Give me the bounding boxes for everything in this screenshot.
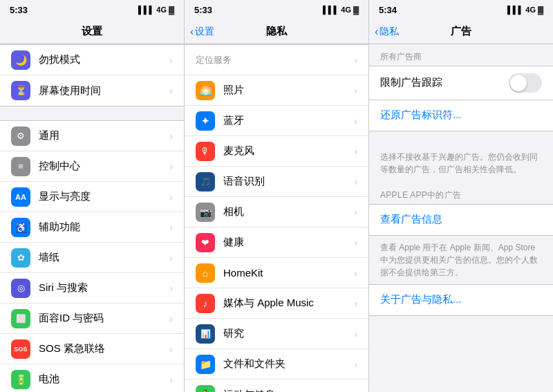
reset-ad-identifier-button[interactable]: 还原广告标识符... <box>369 100 553 131</box>
accessibility-label: 辅助功能 <box>39 221 167 234</box>
fitness-icon: 🏃 <box>196 385 215 392</box>
chevron-icon: › <box>354 328 357 339</box>
left-time: 5:33 <box>10 5 28 15</box>
left-scroll[interactable]: 🌙 勿扰模式 › ⏳ 屏幕使用时间 › ⚙ 通用 › <box>0 44 184 392</box>
partial-row-label: 定位服务 <box>196 54 351 66</box>
sos-label: SOS 紧急联络 <box>39 342 167 355</box>
camera-label: 相机 <box>223 205 351 218</box>
list-item-fitness[interactable]: 🏃 运动与健身 › <box>185 380 368 392</box>
chevron-icon: › <box>169 313 173 324</box>
camera-icon: 📷 <box>196 203 215 222</box>
homekit-label: HomeKit <box>223 267 351 279</box>
chevron-icon: › <box>169 252 173 263</box>
network-icon: 4G <box>341 6 351 14</box>
chevron-icon: › <box>354 176 357 187</box>
left-group-1: 🌙 勿扰模式 › ⏳ 屏幕使用时间 › <box>0 44 184 106</box>
list-item-health[interactable]: ❤ 健康 › <box>185 227 368 258</box>
wallpaper-label: 墙纸 <box>39 251 167 264</box>
health-label: 健康 <box>223 236 351 249</box>
display-icon: AA <box>11 187 30 207</box>
back-chevron-icon: ‹ <box>190 26 194 38</box>
network-icon: 4G <box>525 6 536 14</box>
list-item-partial[interactable]: 定位服务 › <box>185 45 368 75</box>
sos-icon: SOS <box>11 339 30 359</box>
middle-status-icons: ▌▌▌ 4G ▓ <box>323 6 359 14</box>
sidebar-item-siri[interactable]: ◎ Siri 与搜索 › <box>0 273 184 304</box>
about-ads-label: 关于广告与隐私... <box>380 293 462 306</box>
moon-icon: 🌙 <box>11 50 30 70</box>
chevron-icon: › <box>354 268 357 279</box>
right-scroll[interactable]: 所有广告商 限制广告跟踪 还原广告标识符... 选择不接收基于兴趣的广告。您仍会… <box>369 44 553 392</box>
middle-group-1: 定位服务 › 🌅 照片 › ✦ 蓝牙 › 🎙 麦 <box>185 44 368 392</box>
sidebar-item-screentime[interactable]: ⏳ 屏幕使用时间 › <box>0 75 184 106</box>
chevron-icon: › <box>354 55 357 66</box>
sidebar-item-general[interactable]: ⚙ 通用 › <box>0 121 184 151</box>
middle-back-button[interactable]: ‹ 设置 <box>190 26 214 38</box>
accessibility-icon: ♿ <box>11 218 30 237</box>
left-status-bar: 5:33 ▌▌▌ 4G ▓ <box>0 0 184 19</box>
folder-icon: 📁 <box>196 355 215 374</box>
view-ad-info-label: 查看广告信息 <box>380 213 442 226</box>
chevron-icon: › <box>169 222 173 233</box>
chevron-icon: › <box>354 207 357 218</box>
music-icon: ♪ <box>196 294 215 313</box>
about-ads-button[interactable]: 关于广告与隐私... <box>369 285 553 315</box>
all-advertisers-header: 所有广告商 <box>369 44 553 66</box>
list-item-bluetooth[interactable]: ✦ 蓝牙 › <box>185 106 368 136</box>
list-item-camera[interactable]: 📷 相机 › <box>185 197 368 227</box>
chevron-icon: › <box>169 161 173 172</box>
middle-nav-bar: ‹ 设置 隐私 <box>185 19 368 44</box>
battery-icon: ▓ <box>538 6 543 14</box>
list-item-research[interactable]: 📊 研究 › <box>185 319 368 349</box>
limit-tracking-row[interactable]: 限制广告跟踪 <box>369 66 553 100</box>
siri-icon: ◎ <box>11 279 30 298</box>
list-item-homekit[interactable]: ⌂ HomeKit › <box>185 258 368 288</box>
general-label: 通用 <box>39 129 167 142</box>
right-group-4: 关于广告与隐私... <box>369 284 553 316</box>
list-item-music[interactable]: ♪ 媒体与 Apple Music › <box>185 288 368 319</box>
list-item-photos[interactable]: 🌅 照片 › <box>185 75 368 106</box>
list-item-files[interactable]: 📁 文件和文件夹 › <box>185 349 368 380</box>
sidebar-item-faceid[interactable]: ⬜ 面容ID 与密码 › <box>0 304 184 334</box>
fitness-label: 运动与健身 <box>223 389 351 393</box>
display-label: 显示与亮度 <box>39 190 167 203</box>
back-label: 隐私 <box>379 26 399 38</box>
chevron-icon: › <box>354 146 357 157</box>
chevron-icon: › <box>169 131 173 142</box>
right-group-3: 查看广告信息 <box>369 204 553 236</box>
limit-tracking-toggle[interactable] <box>509 73 542 93</box>
list-item-microphone[interactable]: 🎙 麦克风 › <box>185 136 368 167</box>
chevron-icon: › <box>354 298 357 309</box>
right-back-button[interactable]: ‹ 隐私 <box>375 26 399 38</box>
view-ad-info-button[interactable]: 查看广告信息 <box>369 205 553 235</box>
sidebar-item-sos[interactable]: SOS SOS 紧急联络 › <box>0 334 184 364</box>
list-item-speechrecog[interactable]: 🎵 语音识别 › <box>185 167 368 197</box>
left-title: 设置 <box>82 25 102 38</box>
sidebar-item-display[interactable]: AA 显示与亮度 › <box>0 182 184 212</box>
right-title: 广告 <box>451 25 471 38</box>
right-panel: 5:34 ▌▌▌ 4G ▓ ‹ 隐私 广告 所有广告商 限制广告跟踪 还原广告标… <box>369 0 553 392</box>
bluetooth-label: 蓝牙 <box>223 114 351 127</box>
battery-icon: ▓ <box>169 6 174 14</box>
battery-icon: ▓ <box>353 6 359 14</box>
middle-scroll[interactable]: 定位服务 › 🌅 照片 › ✦ 蓝牙 › 🎙 麦 <box>185 44 368 392</box>
battery-status-icon: 🔋 <box>11 370 30 389</box>
screentime-label: 屏幕使用时间 <box>39 84 167 97</box>
speechrecog-icon: 🎵 <box>196 172 215 192</box>
left-group-2: ⚙ 通用 › ≡ 控制中心 › AA 显示与亮度 › <box>0 120 184 392</box>
music-label: 媒体与 Apple Music <box>223 297 351 310</box>
siri-label: Siri 与搜索 <box>39 281 167 295</box>
hourglass-icon: ⏳ <box>11 81 30 100</box>
sidebar-item-accessibility[interactable]: ♿ 辅助功能 › <box>0 212 184 243</box>
sidebar-item-controlcenter[interactable]: ≡ 控制中心 › <box>0 151 184 182</box>
apple-apps-header: APPLE APP中的广告 <box>369 181 553 204</box>
right-status-bar: 5:34 ▌▌▌ 4G ▓ <box>369 0 553 19</box>
chevron-icon: › <box>169 55 173 66</box>
apple-apps-desc: 查看 Apple 用于在 Apple 新闻、App Store 中为您提供更相关… <box>369 236 553 284</box>
sidebar-item-wallpaper[interactable]: ✿ 墙纸 › <box>0 243 184 273</box>
sidebar-item-battery[interactable]: 🔋 电池 › <box>0 364 184 392</box>
sidebar-item-donotdisturb[interactable]: 🌙 勿扰模式 › <box>0 45 184 75</box>
chevron-icon: › <box>169 192 173 203</box>
network-icon: 4G <box>156 6 167 14</box>
right-status-icons: ▌▌▌ 4G ▓ <box>507 6 543 14</box>
